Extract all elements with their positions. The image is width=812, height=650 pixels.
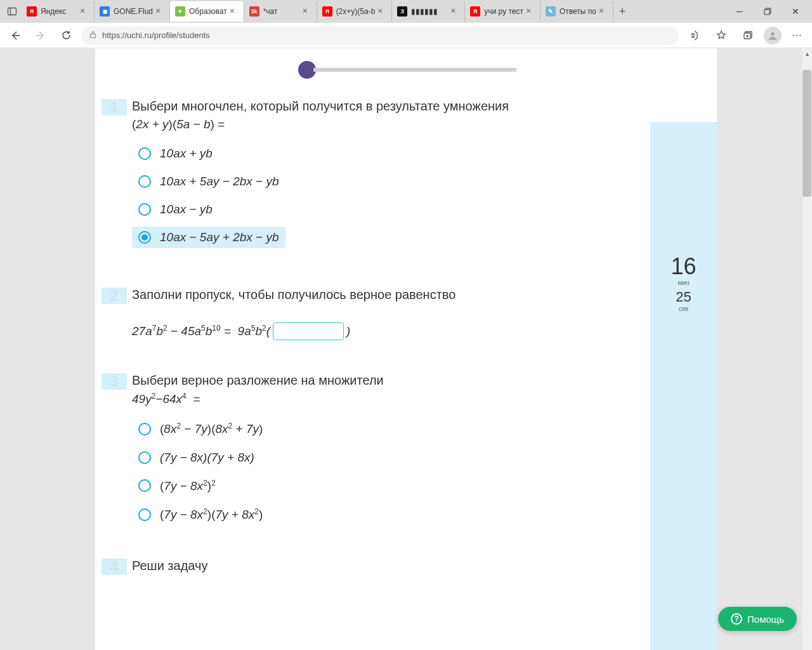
favicon: 3k: [249, 6, 259, 17]
answer-option-1[interactable]: 10ax + yb: [132, 143, 685, 164]
close-icon[interactable]: ×: [80, 7, 89, 16]
option-label: 10ax + 5ay − 2bx − yb: [160, 175, 279, 189]
radio-icon: [138, 175, 151, 188]
timer-sec-label: сек: [679, 305, 688, 312]
favicon: З: [397, 6, 407, 17]
favicon: ✎: [546, 6, 556, 17]
browser-tab-8[interactable]: ✎ Ответы по ×: [540, 1, 613, 22]
scroll-up-icon[interactable]: ▴: [802, 48, 812, 58]
question-title: Заполни пропуск, чтобы получилось верное…: [132, 286, 685, 303]
radio-icon: [138, 479, 151, 492]
option-label: (8x2 − 7y)(8x2 + 7y): [160, 421, 263, 436]
close-icon[interactable]: ×: [303, 7, 311, 16]
close-icon[interactable]: ×: [526, 7, 535, 16]
favorites-icon[interactable]: [710, 25, 732, 46]
answer-option-2[interactable]: (7y − 8x)(7y + 8x): [132, 447, 685, 468]
question-number: 4: [102, 559, 127, 575]
timer-seconds: 25: [676, 289, 691, 305]
option-label: 10ax − yb: [160, 202, 213, 216]
radio-icon: [138, 451, 151, 464]
fill-input[interactable]: [273, 322, 344, 340]
radio-icon: [138, 423, 151, 435]
lock-icon: [89, 30, 97, 41]
forward-button[interactable]: [30, 25, 51, 46]
help-label: Помощь: [747, 614, 784, 625]
tab-title: Яндекс: [41, 7, 77, 16]
browser-tab-2[interactable]: ◼ GONE.Flud ×: [95, 1, 170, 22]
tab-title: ▮▮▮▮▮▮: [411, 7, 448, 16]
page-viewport: 1 Выбери многочлен, который получится в …: [0, 48, 812, 650]
option-label: (7y − 8x)(7y + 8x): [160, 451, 254, 465]
timer-min-label: мин: [678, 279, 690, 286]
address-bar[interactable]: https://uchi.ru/profile/students: [81, 26, 679, 45]
question-expression: 49y2−64x4 =: [132, 392, 685, 406]
address-bar-row: https://uchi.ru/profile/students ⋯: [0, 23, 812, 48]
option-label: 10ax − 5ay + 2bx − yb: [160, 230, 279, 244]
more-menu-icon[interactable]: ⋯: [787, 29, 807, 41]
maximize-button[interactable]: [754, 1, 782, 22]
browser-tab-1[interactable]: Я Яндекс ×: [22, 1, 95, 22]
url-text: https://uchi.ru/profile/students: [102, 30, 210, 40]
reload-button[interactable]: [56, 25, 76, 46]
progress-track: [313, 68, 516, 72]
close-window-button[interactable]: ✕: [782, 1, 809, 22]
close-icon[interactable]: ×: [155, 7, 164, 16]
yandex-favicon: Я: [27, 6, 37, 17]
favicon: ◼: [100, 6, 110, 17]
page-scrollbar[interactable]: ▴: [802, 48, 812, 650]
new-tab-button[interactable]: +: [613, 3, 631, 20]
back-button[interactable]: [5, 25, 25, 46]
question-4: 4 Реши задачу: [102, 557, 685, 574]
tab-title: *чат: [263, 7, 300, 16]
browser-tab-5[interactable]: Я (2x+y)(5a-b ×: [317, 1, 393, 22]
close-icon[interactable]: ×: [450, 7, 459, 16]
minimize-button[interactable]: ─: [726, 1, 754, 22]
answer-option-1[interactable]: (8x2 − 7y)(8x2 + 7y): [132, 418, 685, 440]
equation-lhs: 27a7b2 − 45a5b10 = 9a5b2(: [132, 324, 270, 338]
answer-option-4-selected[interactable]: 10ax − 5ay + 2bx − yb: [132, 227, 285, 248]
question-title: Выбери верное разложение на множители: [132, 372, 685, 389]
tab-bar: Я Яндекс × ◼ GONE.Flud × ✦ Образоват × 3…: [0, 0, 812, 23]
collections-icon[interactable]: [737, 25, 759, 46]
content-frame: 1 Выбери многочлен, который получится в …: [95, 48, 717, 650]
close-icon[interactable]: ×: [230, 7, 239, 16]
svg-rect-2: [764, 10, 769, 15]
fill-equation: 27a7b2 − 45a5b10 = 9a5b2( ): [132, 322, 685, 340]
close-icon[interactable]: ×: [599, 7, 608, 16]
timer-panel: 16 мин 25 сек: [650, 122, 717, 650]
question-number: 1: [102, 99, 127, 116]
timer-minutes: 16: [671, 255, 696, 278]
answer-option-2[interactable]: 10ax + 5ay − 2bx − yb: [132, 171, 685, 192]
option-label: (7y − 8x2)2: [160, 479, 216, 493]
equation-rhs: ): [346, 324, 350, 338]
browser-tab-4[interactable]: 3k *чат ×: [244, 1, 317, 22]
answer-option-4[interactable]: (7y − 8x2)(7y + 8x2): [132, 503, 685, 526]
tab-title: Ответы по: [560, 7, 596, 16]
svg-rect-0: [8, 8, 16, 15]
tab-title: GONE.Flud: [114, 7, 153, 16]
option-label: (7y − 8x2)(7y + 8x2): [160, 507, 263, 522]
question-title: Реши задачу: [132, 557, 685, 574]
question-expression: (2x + y)(5a − b) =: [132, 117, 685, 131]
browser-tab-6[interactable]: З ▮▮▮▮▮▮ ×: [392, 1, 465, 22]
svg-point-9: [771, 32, 775, 36]
answer-option-3[interactable]: 10ax − yb: [132, 199, 685, 220]
read-aloud-icon[interactable]: [684, 25, 705, 46]
window-controls: ─ ✕: [726, 1, 809, 22]
profile-avatar[interactable]: [764, 27, 782, 44]
tab-title: Образоват: [189, 7, 227, 16]
close-icon[interactable]: ×: [377, 7, 386, 16]
favicon: ✦: [175, 6, 185, 17]
answer-option-3[interactable]: (7y − 8x2)2: [132, 475, 685, 497]
yandex-favicon: Я: [470, 6, 480, 17]
question-title: Выбери многочлен, который получится в ре…: [132, 98, 685, 115]
tab-actions-icon[interactable]: [3, 2, 22, 21]
help-icon: ?: [731, 613, 742, 625]
browser-tab-7[interactable]: Я учи ру тест ×: [465, 1, 540, 22]
scroll-thumb[interactable]: [802, 70, 811, 197]
radio-icon: [138, 147, 151, 160]
browser-tab-3-active[interactable]: ✦ Образоват ×: [170, 1, 244, 22]
yandex-favicon: Я: [322, 6, 332, 17]
svg-rect-5: [91, 34, 96, 37]
help-button[interactable]: ? Помощь: [718, 607, 797, 631]
